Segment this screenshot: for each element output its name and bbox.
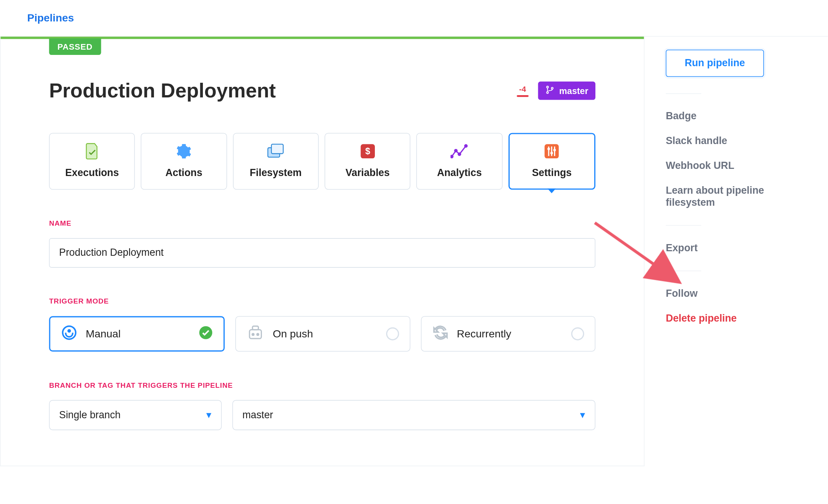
on-push-icon (247, 324, 265, 343)
trigger-mode-options: Manual On push (49, 316, 595, 351)
branch-chip-label: master (559, 86, 588, 96)
tab-label: Filesystem (250, 167, 302, 179)
svg-rect-22 (253, 326, 259, 329)
tab-label: Settings (532, 167, 572, 179)
trigger-label: Recurrently (457, 328, 511, 340)
actions-icon (176, 143, 192, 160)
sidebar-link-delete[interactable]: Delete pipeline (666, 313, 804, 324)
tab-label: Actions (166, 167, 202, 179)
section-label-branch: BRANCH OR TAG THAT TRIGGERS THE PIPELINE (49, 381, 595, 389)
trigger-option-recurrently[interactable]: Recurrently (421, 316, 595, 351)
sidebar-link-follow[interactable]: Follow (666, 288, 804, 299)
trigger-option-on-push[interactable]: On push (236, 316, 410, 351)
sidebar-link-export[interactable]: Export (666, 242, 804, 254)
sidebar-divider (666, 271, 701, 272)
sidebar-link-webhook[interactable]: Webhook URL (666, 160, 804, 172)
svg-rect-4 (272, 144, 283, 153)
select-value: Single branch (59, 409, 120, 421)
git-branch-icon (545, 85, 554, 96)
tab-settings[interactable]: Settings (508, 133, 595, 190)
commits-behind-indicator[interactable]: -4 (517, 85, 528, 96)
tab-variables[interactable]: $ Variables (324, 133, 410, 190)
svg-point-0 (546, 86, 548, 88)
sidebar-divider (666, 93, 701, 94)
svg-point-9 (458, 153, 460, 155)
commits-behind-value: -4 (519, 85, 526, 92)
svg-point-24 (257, 334, 259, 335)
svg-text:$: $ (365, 146, 370, 156)
manual-icon (61, 324, 78, 343)
tab-actions[interactable]: Actions (141, 133, 227, 190)
page-title: Production Deployment (49, 79, 275, 102)
svg-point-23 (253, 334, 254, 335)
tab-label: Analytics (437, 167, 482, 179)
svg-point-16 (551, 152, 553, 154)
filesystem-icon (267, 143, 285, 160)
pipeline-name-input[interactable] (49, 238, 595, 268)
tab-label: Variables (346, 167, 390, 179)
chevron-down-icon: ▾ (580, 409, 585, 421)
svg-point-8 (455, 149, 457, 152)
trigger-label: On push (273, 328, 313, 340)
tab-filesystem[interactable]: Filesystem (233, 133, 318, 190)
title-meta: -4 master (517, 82, 595, 100)
chevron-down-icon: ▾ (206, 409, 212, 421)
trigger-label: Manual (86, 328, 121, 340)
tabs: Executions Actions Filesystem (49, 133, 595, 190)
recurrently-icon (432, 325, 449, 343)
status-badge: PASSED (49, 38, 101, 55)
executions-icon (84, 143, 100, 160)
tab-label: Executions (65, 167, 119, 179)
radio-unselected-icon (386, 327, 399, 340)
main-panel: PASSED Production Deployment -4 (0, 36, 644, 466)
svg-point-2 (551, 87, 553, 89)
radio-unselected-icon (571, 327, 584, 340)
section-label-name: NAME (49, 219, 595, 228)
topbar: Pipelines (0, 0, 828, 36)
run-pipeline-button[interactable]: Run pipeline (666, 50, 764, 77)
check-icon (199, 326, 213, 342)
pipelines-link[interactable]: Pipelines (27, 12, 74, 24)
svg-point-1 (546, 92, 548, 94)
sidebar-divider (666, 225, 701, 226)
sidebar: Run pipeline Badge Slack handle Webhook … (644, 36, 822, 337)
svg-point-7 (451, 155, 453, 158)
variables-icon: $ (359, 143, 376, 160)
svg-point-15 (548, 147, 550, 150)
sidebar-link-learn-fs[interactable]: Learn about pipeline filesystem (666, 185, 804, 209)
branch-scope-select[interactable]: Single branch ▾ (49, 400, 222, 430)
svg-point-10 (465, 145, 467, 147)
section-label-trigger: TRIGGER MODE (49, 297, 595, 305)
tab-analytics[interactable]: Analytics (416, 133, 502, 190)
branch-name-select[interactable]: master ▾ (232, 400, 595, 430)
tab-executions[interactable]: Executions (49, 133, 135, 190)
branch-chip[interactable]: master (538, 82, 595, 100)
svg-point-17 (554, 149, 556, 152)
settings-icon (543, 143, 560, 160)
commits-underline (517, 95, 528, 97)
svg-rect-21 (250, 330, 261, 339)
analytics-icon (451, 143, 468, 160)
select-value: master (242, 409, 273, 421)
sidebar-link-badge[interactable]: Badge (666, 111, 804, 122)
trigger-option-manual[interactable]: Manual (49, 316, 225, 351)
svg-point-19 (67, 329, 71, 332)
sidebar-link-slack[interactable]: Slack handle (666, 135, 804, 147)
